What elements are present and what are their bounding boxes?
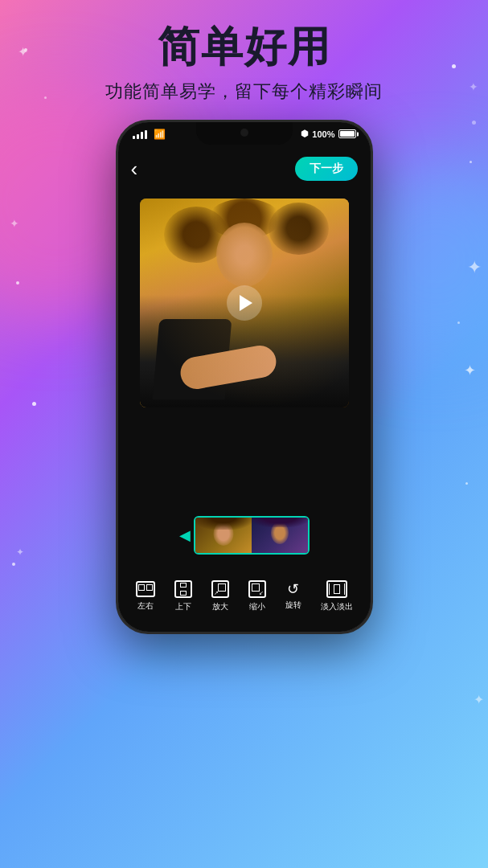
fadeinout-icon	[326, 580, 347, 598]
leftright-label: 左右	[137, 600, 154, 612]
updown-label: 上下	[175, 601, 191, 612]
tool-item-updown[interactable]: 上下	[174, 580, 192, 612]
sub-title: 功能简单易学，留下每个精彩瞬间	[105, 80, 383, 104]
phone-body: 📶 ⬢ 100% ‹ 下一步	[116, 120, 373, 634]
fadeinout-label: 淡入淡出	[321, 601, 353, 612]
leftright-icon	[136, 581, 155, 597]
next-button[interactable]: 下一步	[295, 157, 358, 181]
timeline-thumb-1[interactable]	[195, 518, 252, 555]
signal-bars	[133, 129, 147, 139]
phone-screen: 📶 ⬢ 100% ‹ 下一步	[118, 122, 371, 632]
back-button[interactable]: ‹	[131, 157, 138, 182]
zoomin-icon: ↗	[211, 580, 229, 598]
status-left: 📶	[133, 129, 166, 140]
timeline-arrow-icon: ◀	[179, 526, 191, 544]
phone-notch	[196, 122, 293, 145]
title-section: 简单好用 功能简单易学，留下每个精彩瞬间	[89, 24, 399, 104]
timeline-area: ◀	[118, 511, 371, 559]
tool-item-leftright[interactable]: 左右	[136, 581, 155, 612]
zoomout-icon: ↙	[248, 580, 266, 598]
signal-bar-1	[133, 136, 135, 139]
timeline-thumb-2[interactable]	[252, 518, 308, 555]
page-content: 简单好用 功能简单易学，留下每个精彩瞬间	[0, 0, 488, 868]
play-button[interactable]	[227, 285, 262, 321]
zoomout-label: 缩小	[249, 601, 265, 612]
status-right: ⬢ 100%	[301, 129, 355, 139]
signal-bar-2	[137, 134, 139, 139]
video-area	[118, 186, 371, 420]
bottom-toolbar: 左右 上下 ↗ 放大	[118, 567, 371, 625]
timeline-strip[interactable]	[194, 516, 310, 555]
zoomin-label: 放大	[212, 601, 228, 612]
play-triangle-icon	[240, 295, 252, 311]
camera-dot	[240, 129, 248, 137]
updown-icon	[174, 580, 192, 598]
phone-mockup: 📶 ⬢ 100% ‹ 下一步	[116, 120, 373, 634]
app-header: ‹ 下一步	[118, 151, 371, 186]
signal-bar-4	[145, 130, 147, 139]
battery-fill	[340, 131, 355, 137]
video-preview[interactable]	[140, 199, 349, 407]
main-title: 简单好用	[105, 24, 383, 70]
rotate-icon: ↺	[287, 582, 299, 596]
wifi-icon: 📶	[154, 129, 166, 140]
tool-item-rotate[interactable]: ↺ 旋转	[285, 582, 301, 611]
battery-percent: 100%	[312, 129, 334, 139]
bluetooth-icon: ⬢	[301, 129, 309, 139]
tool-item-fadeinout[interactable]: 淡入淡出	[321, 580, 353, 612]
battery-icon	[338, 129, 356, 138]
tool-item-zoomin[interactable]: ↗ 放大	[211, 580, 229, 612]
rotate-label: 旋转	[285, 600, 301, 611]
tool-item-zoomout[interactable]: ↙ 缩小	[248, 580, 266, 612]
signal-bar-3	[141, 132, 143, 139]
